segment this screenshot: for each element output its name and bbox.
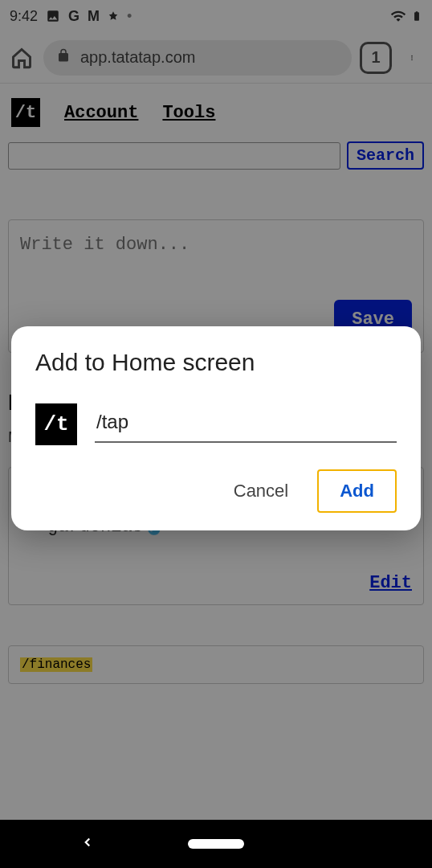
dialog-title: Add to Home screen [35,349,397,376]
cancel-button[interactable]: Cancel [213,469,309,513]
add-button[interactable]: Add [317,469,397,513]
system-navbar [0,820,432,868]
dialog-app-icon: /t [35,403,77,445]
back-button[interactable] [80,835,95,853]
home-gesture-pill[interactable] [188,839,244,849]
shortcut-name-input[interactable] [95,406,397,443]
add-to-homescreen-dialog: Add to Home screen /t Cancel Add [11,326,421,530]
